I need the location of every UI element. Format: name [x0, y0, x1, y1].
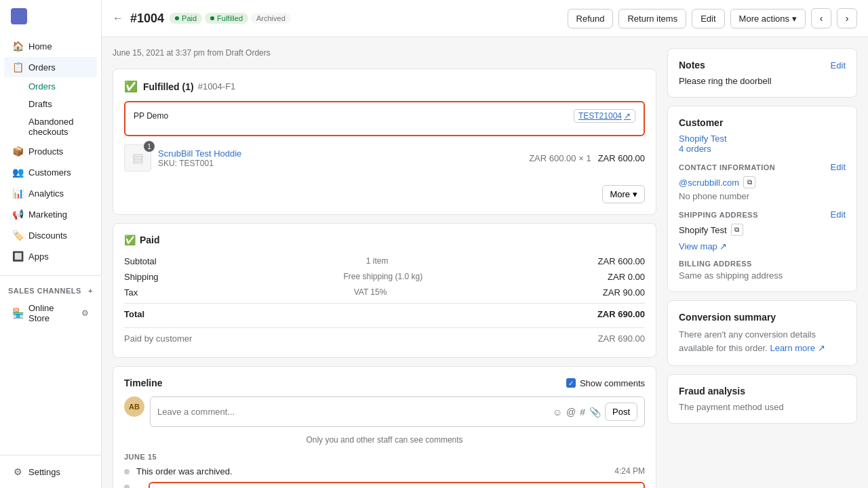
- user-avatar: AB: [124, 396, 144, 417]
- paid-by-value: ZAR 690.00: [598, 333, 645, 344]
- paid-by-label: Paid by customer: [124, 333, 192, 344]
- shipping-name-row: Shopify Test ⧉: [679, 224, 846, 236]
- timeline-date: JUNE 15: [124, 453, 645, 461]
- sidebar-home-label: Home: [28, 41, 52, 52]
- timeline-email-box: ScrubBill sent a shipping confirmation e…: [149, 482, 645, 488]
- store-settings-icon[interactable]: ⚙: [81, 308, 89, 318]
- sidebar-item-online-store[interactable]: 🏪 Online Store ⚙: [4, 298, 97, 328]
- sidebar-bottom: ⚙ Settings: [0, 455, 101, 488]
- total-value: ZAR 690.00: [597, 309, 645, 319]
- copy-email-icon[interactable]: ⧉: [743, 176, 755, 188]
- contact-header: CONTACT INFORMATION Edit: [679, 162, 846, 172]
- sidebar-item-analytics[interactable]: 📊 Analytics: [4, 183, 97, 203]
- more-btn-container: More ▾: [124, 178, 645, 203]
- sidebar-item-marketing[interactable]: 📢 Marketing: [4, 204, 97, 224]
- product-sku: SKU: TEST001: [158, 159, 522, 168]
- shipping-edit-link[interactable]: Edit: [831, 209, 846, 220]
- product-qty-badge: 1: [144, 141, 155, 152]
- product-total: ZAR 600.00: [598, 153, 645, 163]
- prev-order-button[interactable]: ‹: [811, 8, 831, 28]
- sidebar-sub-abandoned[interactable]: Abandoned checkouts: [4, 113, 97, 140]
- customer-card: Customer Shopify Test 4 orders CONTACT I…: [667, 106, 857, 292]
- product-image: ▤ 1: [124, 144, 151, 171]
- product-unit-price: ZAR 600.00 × 1: [529, 153, 591, 163]
- customer-email[interactable]: @scrubbill.com: [679, 178, 739, 188]
- customer-name-link[interactable]: Shopify Test: [679, 134, 846, 144]
- sidebar-item-orders[interactable]: 📋 Orders: [4, 57, 97, 77]
- sidebar-item-products[interactable]: 📦 Products: [4, 141, 97, 161]
- sidebar-item-apps[interactable]: 🔲 Apps: [4, 246, 97, 266]
- package-box: PP Demo TEST21004 ↗: [124, 101, 645, 136]
- order-sidebar: Notes Edit Please ring the doorbell Cust…: [667, 48, 857, 477]
- add-sales-channel-icon[interactable]: +: [88, 287, 93, 295]
- sidebar-item-settings[interactable]: ⚙ Settings: [4, 462, 97, 482]
- more-actions-button[interactable]: More actions ▾: [730, 9, 806, 28]
- fulfilled-card: ✅ Fulfilled (1) #1004-F1 PP Demo TEST210…: [113, 68, 656, 215]
- customer-orders-link[interactable]: 4 orders: [679, 144, 846, 154]
- edit-button[interactable]: Edit: [692, 9, 724, 28]
- timeline-email-container: ScrubBill sent a shipping confirmation e…: [124, 482, 645, 488]
- shipping-label: Shipping: [124, 272, 159, 282]
- emoji-icon[interactable]: ☺: [553, 407, 562, 418]
- learn-more-link[interactable]: Learn more ↗: [770, 343, 825, 353]
- notes-title: Notes: [679, 60, 705, 70]
- product-name[interactable]: ScrubBill Test Hoddie: [158, 148, 522, 159]
- fraud-text: The payment method used: [679, 402, 846, 412]
- more-button[interactable]: More ▾: [602, 185, 645, 203]
- timeline-dot-email: [124, 485, 130, 488]
- comments-checkbox[interactable]: [566, 378, 576, 388]
- comment-input-area[interactable]: ☺ @ # 📎 Post: [150, 396, 645, 427]
- sidebar-item-discounts[interactable]: 🏷️ Discounts: [4, 225, 97, 245]
- sidebar-item-home[interactable]: 🏠 Home: [4, 36, 97, 56]
- conversion-card: Conversion summary There aren't any conv…: [667, 300, 857, 366]
- paid-badge: Paid: [170, 13, 202, 24]
- fulfilled-section-header: ✅ Fulfilled (1) #1004-F1: [124, 80, 645, 93]
- sidebar-discounts-label: Discounts: [28, 230, 67, 241]
- paid-by-row: Paid by customer ZAR 690.00: [124, 327, 645, 346]
- timeline-time: 4:24 PM: [614, 466, 645, 476]
- notes-edit-link[interactable]: Edit: [831, 60, 846, 70]
- attachment-icon[interactable]: 📎: [589, 407, 601, 418]
- store-icon: 🏪: [12, 308, 23, 319]
- sidebar-settings-label: Settings: [28, 467, 60, 477]
- fulfillment-id: #1004-F1: [198, 81, 236, 92]
- shipping-desc: Free shipping (1.0 kg): [343, 272, 422, 282]
- show-comments-toggle[interactable]: Show comments: [566, 378, 645, 388]
- sidebar-item-customers[interactable]: 👥 Customers: [4, 162, 97, 182]
- package-name: PP Demo: [134, 111, 168, 121]
- sidebar-orders-label: Orders: [28, 62, 56, 73]
- timeline-title: Timeline: [124, 378, 163, 388]
- chevron-down-icon: ▾: [792, 14, 797, 24]
- next-order-button[interactable]: ›: [837, 8, 857, 28]
- discounts-icon: 🏷️: [12, 230, 23, 241]
- view-map-link[interactable]: View map ↗: [679, 241, 846, 251]
- billing-address-title: BILLING ADDRESS: [679, 260, 846, 268]
- shipping-row: Shipping Free shipping (1.0 kg) ZAR 0.00: [124, 269, 645, 285]
- back-button[interactable]: ←: [113, 12, 123, 24]
- contact-info-title: CONTACT INFORMATION: [679, 163, 775, 171]
- timeline-event-text: This order was archived.: [136, 466, 608, 476]
- shipping-value: ZAR 0.00: [608, 272, 645, 282]
- fulfilled-badge: Fulfilled: [205, 13, 248, 24]
- refund-button[interactable]: Refund: [568, 9, 614, 28]
- conversion-title: Conversion summary: [679, 312, 846, 323]
- fulfilled-check-icon: ✅: [124, 80, 138, 93]
- return-items-button[interactable]: Return items: [618, 9, 686, 28]
- post-button[interactable]: Post: [605, 403, 637, 421]
- customer-title: Customer: [679, 117, 846, 128]
- sidebar-marketing-label: Marketing: [28, 209, 67, 220]
- copy-address-icon[interactable]: ⧉: [731, 224, 743, 236]
- tracking-link[interactable]: TEST21004 ↗: [574, 109, 635, 123]
- contact-edit-link[interactable]: Edit: [831, 162, 846, 172]
- mention-icon[interactable]: @: [566, 407, 576, 418]
- archived-badge: Archived: [251, 13, 291, 24]
- timeline-email-wrapper: ScrubBill sent a shipping confirmation e…: [136, 482, 645, 488]
- order-number: #1004: [130, 12, 164, 26]
- comment-input[interactable]: [157, 407, 549, 417]
- tag-icon[interactable]: #: [580, 407, 585, 418]
- order-meta: June 15, 2021 at 3:37 pm from Draft Orde…: [113, 48, 656, 58]
- content-area: June 15, 2021 at 3:37 pm from Draft Orde…: [102, 37, 868, 488]
- sidebar-sub-orders[interactable]: Orders: [4, 78, 97, 95]
- sidebar-sub-drafts[interactable]: Drafts: [4, 96, 97, 113]
- notes-card: Notes Edit Please ring the doorbell: [667, 48, 857, 98]
